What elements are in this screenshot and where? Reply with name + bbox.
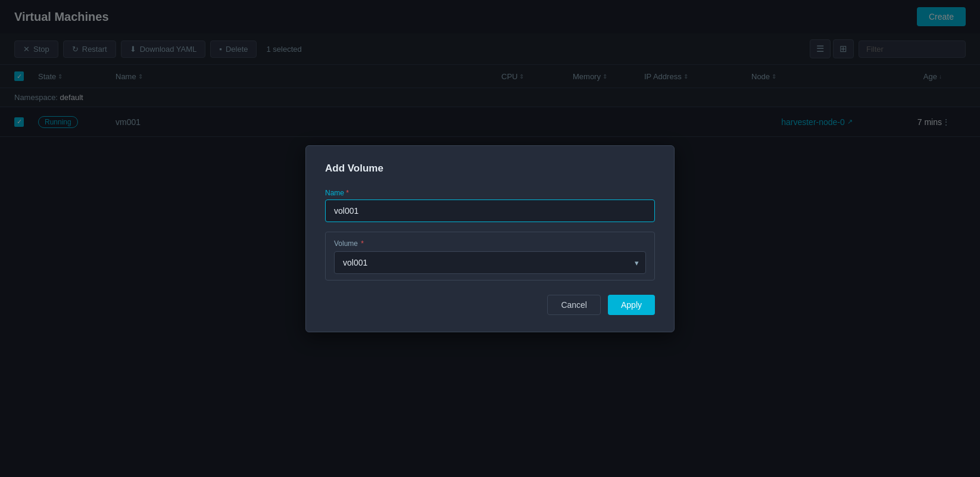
name-field-group: Name * bbox=[325, 189, 655, 222]
volume-required-star: * bbox=[359, 239, 364, 248]
volume-select-wrapper: vol001 ▾ bbox=[334, 251, 646, 274]
volume-field-label: Volume * bbox=[334, 239, 646, 248]
cancel-button[interactable]: Cancel bbox=[547, 295, 601, 315]
apply-button[interactable]: Apply bbox=[608, 295, 655, 315]
dialog-title: Add Volume bbox=[325, 163, 655, 174]
volume-field-group: Volume * vol001 ▾ bbox=[325, 232, 655, 280]
modal-overlay: Add Volume Name * Volume * vol001 ▾ Canc… bbox=[0, 0, 980, 477]
dialog-actions: Cancel Apply bbox=[325, 295, 655, 315]
add-volume-dialog: Add Volume Name * Volume * vol001 ▾ Canc… bbox=[305, 145, 675, 332]
volume-select[interactable]: vol001 bbox=[334, 251, 646, 274]
name-input[interactable] bbox=[325, 199, 655, 222]
